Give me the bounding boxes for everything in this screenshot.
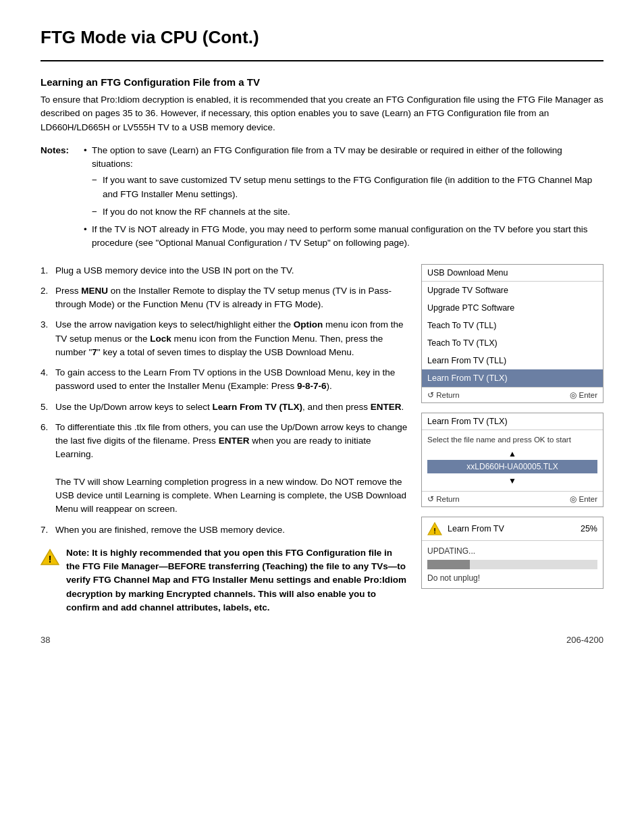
learn-box-title: Learn From TV (TLX) [422,413,603,430]
usb-menu-box: USB Download Menu Upgrade TV Software Up… [421,264,603,403]
progress-title: Learn From TV [448,524,504,533]
arrow-up-icon: ▲ [508,449,516,459]
notes-label: Notes: [41,144,81,255]
usb-enter-label: ◎ Enter [570,390,597,400]
usb-menu-item-2: Teach To TV (TLL) [422,317,603,334]
warning-box: ! Note: It is highly recommended that yo… [41,546,408,615]
svg-text:!: ! [49,554,52,565]
warning-text: Note: It is highly recommended that you … [66,546,408,615]
usb-menu-item-0: Upgrade TV Software [422,282,603,299]
usb-return-label: ↺ Return [427,390,460,400]
filename-highlight: xxLD660H-UA00005.TLX [427,460,597,473]
content-area: 1. Plug a USB memory device into the USB… [41,264,603,615]
intro-text: To ensure that Pro:Idiom decryption is e… [41,93,603,134]
progress-bar-fill [427,560,470,569]
divider [41,60,603,61]
footer-doc-number: 206-4200 [566,635,603,645]
right-col: USB Download Menu Upgrade TV Software Up… [421,264,603,615]
learn-box: Learn From TV (TLX) Select the file name… [421,413,603,507]
notes-content: The option to save (Learn) an FTG Config… [84,144,603,255]
progress-warning-icon: ! [427,521,442,536]
progress-percent: 25% [581,524,597,533]
note-sub-2: If you do not know the RF channels at th… [92,205,603,219]
progress-header: ! Learn From TV 25% [422,517,603,541]
progress-body: UPDATING... Do not unplug! [422,541,603,588]
section-title: Learning an FTG Configuration File from … [41,76,603,88]
note-sub-1: If you want to save customized TV setup … [92,174,603,201]
note-item-2: If the TV is NOT already in FTG Mode, yo… [84,223,603,251]
step-4: 4. To gain access to the Learn From TV o… [41,366,408,394]
learn-enter-label: ◎ Enter [570,494,597,504]
usb-menu-item-4: Learn From TV (TLL) [422,352,603,369]
left-col: 1. Plug a USB memory device into the USB… [41,264,408,615]
step-6: 6. To differentiate this .tlx file from … [41,421,408,517]
progress-box: ! Learn From TV 25% UPDATING... Do not u… [421,517,603,589]
learn-return-label: ↺︎ Return [427,494,460,504]
step-1: 1. Plug a USB memory device into the USB… [41,264,408,278]
usb-menu-item-3: Teach To TV (TLX) [422,334,603,352]
svg-text:!: ! [433,526,436,534]
note-item-1: The option to save (Learn) an FTG Config… [84,144,603,219]
warning-icon: ! [41,548,59,567]
footer-page-number: 38 [41,635,50,645]
usb-menu-title: USB Download Menu [422,265,603,282]
step-3: 3. Use the arrow navigation keys to sele… [41,318,408,359]
steps-list: 1. Plug a USB memory device into the USB… [41,264,408,537]
do-not-unplug-text: Do not unplug! [427,573,597,583]
learn-box-footer: ↺︎ Return ◎ Enter [422,491,603,506]
step-5: 5. Use the Up/Down arrow keys to select … [41,400,408,414]
updating-text: UPDATING... [427,546,597,556]
step-7: 7. When you are finished, remove the USB… [41,523,408,537]
arrow-down-icon: ▼ [508,476,516,486]
learn-box-body: Select the file name and press OK to sta… [422,430,603,491]
usb-menu-footer: ↺ Return ◎ Enter [422,387,603,402]
step-2: 2. Press MENU on the Installer Remote to… [41,284,408,312]
progress-bar-bg [427,560,597,569]
usb-menu-item-5: Learn From TV (TLX) [422,369,603,387]
page-footer: 38 206-4200 [41,635,603,645]
filename-row: ▲ xxLD660H-UA00005.TLX ▼ [427,449,597,486]
page-title: FTG Mode via CPU (Cont.) [41,27,603,48]
usb-menu-item-1: Upgrade PTC Software [422,299,603,317]
learn-box-subtitle: Select the file name and press OK to sta… [427,436,597,444]
notes-block: Notes: The option to save (Learn) an FTG… [41,144,603,255]
